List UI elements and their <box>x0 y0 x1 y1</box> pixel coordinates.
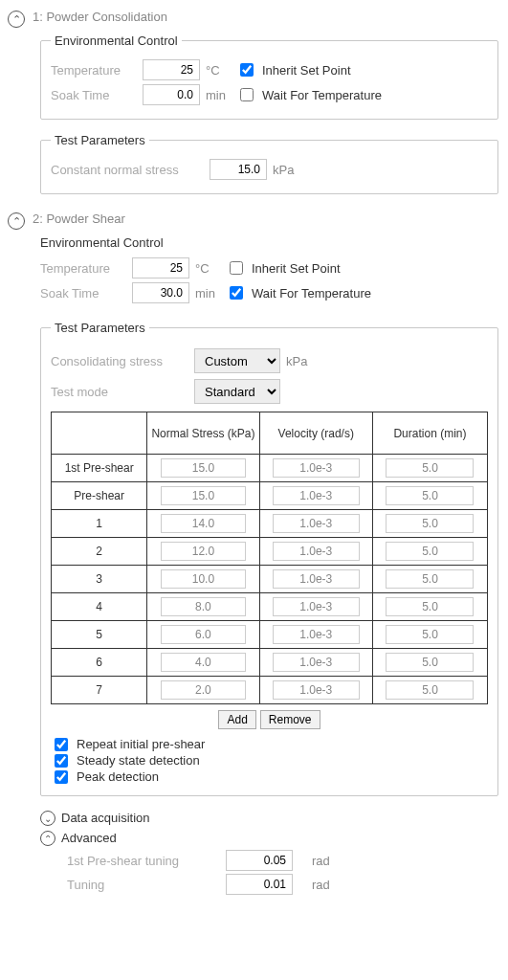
soak-time-input[interactable] <box>143 84 200 105</box>
table-row[interactable]: 6 <box>52 649 488 677</box>
preshear-tuning-label: 1st Pre-shear tuning <box>67 854 220 868</box>
vel-input[interactable] <box>273 486 360 505</box>
vel-input[interactable] <box>273 542 360 561</box>
soak-time-unit: min <box>206 88 231 102</box>
cns-input[interactable] <box>210 159 267 180</box>
step2-env-legend: Environmental Control <box>40 235 164 250</box>
vel-input[interactable] <box>273 597 360 616</box>
consolidating-stress-label: Consolidating stress <box>51 354 194 368</box>
wait-temperature-label: Wait For Temperature <box>262 88 382 102</box>
steady-state-checkbox[interactable] <box>55 754 68 768</box>
vel-input[interactable] <box>273 653 360 672</box>
th-dur: Duration (min) <box>372 412 487 455</box>
remove-button[interactable]: Remove <box>260 710 320 729</box>
step2-tp-legend: Test Parameters <box>51 321 149 335</box>
step2-title: 2: Powder Shear <box>33 212 125 226</box>
dur-input[interactable] <box>386 458 474 478</box>
dur-input[interactable] <box>386 569 474 589</box>
vel-input[interactable] <box>273 569 360 589</box>
row-name: 2 <box>52 538 147 566</box>
inherit-setpoint-label-2: Inherit Set Point <box>252 261 341 276</box>
soak-time-input-2[interactable] <box>132 282 189 303</box>
dur-input[interactable] <box>386 625 474 644</box>
ns-input[interactable] <box>161 680 247 700</box>
temperature-label: Temperature <box>51 63 137 78</box>
cns-unit: kPa <box>273 163 298 177</box>
add-button[interactable]: Add <box>218 710 255 729</box>
wait-temperature-checkbox-2[interactable] <box>230 286 243 300</box>
ns-input[interactable] <box>161 597 247 616</box>
ns-input[interactable] <box>161 569 247 589</box>
step1-tp-group: Test Parameters Constant normal stress k… <box>40 133 498 194</box>
inherit-setpoint-checkbox[interactable] <box>240 63 254 77</box>
soak-time-label-2: Soak Time <box>40 286 126 301</box>
temperature-input-2[interactable] <box>132 257 189 278</box>
table-row[interactable]: 2 <box>52 538 488 566</box>
soak-time-label: Soak Time <box>51 88 137 102</box>
inherit-setpoint-checkbox-2[interactable] <box>230 261 243 275</box>
test-mode-select[interactable]: Standard <box>194 379 280 404</box>
soak-time-unit-2: min <box>195 286 220 301</box>
vel-input[interactable] <box>273 514 360 533</box>
step2-tp-group: Test Parameters Consolidating stress Cus… <box>40 321 498 796</box>
steady-state-label: Steady state detection <box>77 753 200 768</box>
table-row[interactable]: 7 <box>52 677 488 704</box>
row-name: 1 <box>52 510 147 538</box>
ns-input[interactable] <box>161 653 247 672</box>
temperature-input[interactable] <box>143 59 200 80</box>
row-name: 6 <box>52 649 147 677</box>
peak-detection-label: Peak detection <box>77 769 159 784</box>
row-name: 5 <box>52 621 147 649</box>
vel-input[interactable] <box>273 680 360 700</box>
row-name: Pre-shear <box>52 482 147 510</box>
ns-input[interactable] <box>161 542 247 561</box>
wait-temperature-checkbox[interactable] <box>240 88 254 101</box>
ns-input[interactable] <box>161 514 247 533</box>
dur-input[interactable] <box>386 680 474 700</box>
row-name: 3 <box>52 566 147 593</box>
th-vel: Velocity (rad/s) <box>259 412 372 455</box>
th-name <box>52 412 147 455</box>
repeat-preshear-checkbox[interactable] <box>55 738 68 751</box>
dur-input[interactable] <box>386 486 474 505</box>
row-name: 7 <box>52 677 147 704</box>
dur-input[interactable] <box>386 653 474 672</box>
daq-collapse-icon[interactable]: ⌄ <box>40 811 55 826</box>
peak-detection-checkbox[interactable] <box>55 770 68 784</box>
cns-label: Constant normal stress <box>51 163 204 177</box>
shear-table: Normal Stress (kPa) Velocity (rad/s) Dur… <box>51 412 488 704</box>
vel-input[interactable] <box>273 625 360 644</box>
temperature-unit: °C <box>206 63 231 78</box>
step1-tp-legend: Test Parameters <box>51 133 149 147</box>
tuning-input[interactable] <box>226 874 293 895</box>
step1-env-group: Environmental Control Temperature °C Inh… <box>40 33 498 120</box>
table-row[interactable]: 1st Pre-shear <box>52 455 488 482</box>
test-mode-label: Test mode <box>51 385 194 399</box>
step1-collapse-icon[interactable]: ⌃ <box>8 11 25 28</box>
dur-input[interactable] <box>386 514 474 533</box>
table-row[interactable]: Pre-shear <box>52 482 488 510</box>
ns-input[interactable] <box>161 458 247 478</box>
consolidating-stress-unit: kPa <box>286 354 311 368</box>
consolidating-stress-select[interactable]: Custom <box>194 348 280 373</box>
step2-collapse-icon[interactable]: ⌃ <box>8 212 25 230</box>
table-row[interactable]: 3 <box>52 566 488 593</box>
table-row[interactable]: 1 <box>52 510 488 538</box>
tuning-label: Tuning <box>67 878 220 892</box>
ns-input[interactable] <box>161 625 247 644</box>
temperature-label-2: Temperature <box>40 261 126 276</box>
preshear-tuning-unit: rad <box>312 854 337 868</box>
ns-input[interactable] <box>161 486 247 505</box>
preshear-tuning-input[interactable] <box>226 850 293 871</box>
tuning-unit: rad <box>312 878 337 892</box>
repeat-preshear-label: Repeat initial pre-shear <box>77 737 205 751</box>
table-row[interactable]: 5 <box>52 621 488 649</box>
table-row[interactable]: 4 <box>52 593 488 621</box>
dur-input[interactable] <box>386 542 474 561</box>
row-name: 4 <box>52 593 147 621</box>
dur-input[interactable] <box>386 597 474 616</box>
vel-input[interactable] <box>273 458 360 478</box>
temperature-unit-2: °C <box>195 261 220 276</box>
daq-title: Data acquisition <box>61 811 150 825</box>
advanced-collapse-icon[interactable]: ⌃ <box>40 831 55 846</box>
